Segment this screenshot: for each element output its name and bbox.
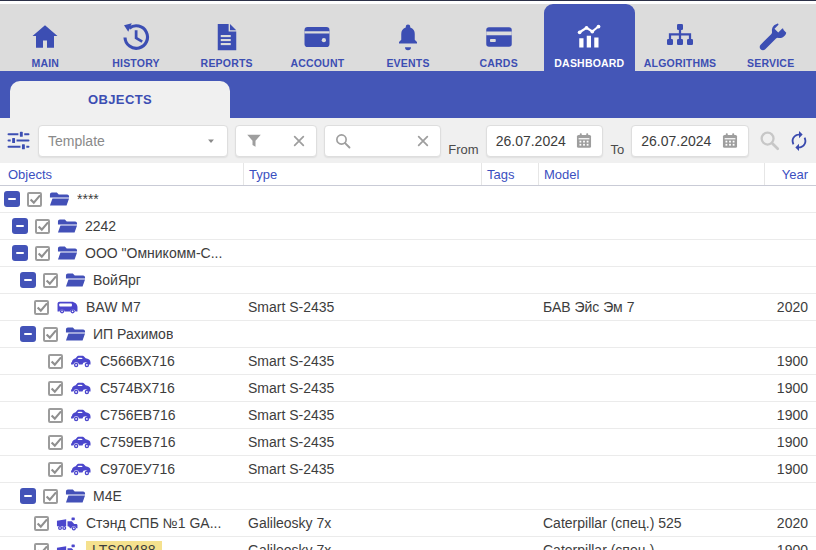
calendar-icon[interactable] [575,132,593,150]
template-select[interactable]: Template [38,125,228,157]
type-cell: Smart S-2435 [243,434,481,450]
car-icon [70,408,93,423]
search-box[interactable] [324,125,442,157]
type-cell: Galileosky 7x [243,515,481,531]
folder-open-icon [49,191,70,207]
table-row[interactable]: ООО "Омникомм-С... [0,240,816,267]
column-header-year[interactable]: Year [764,163,816,185]
nav-item-label: ACCOUNT [290,57,344,69]
row-checkbox[interactable] [34,300,49,315]
car-icon [70,381,93,396]
refresh-icon[interactable] [788,130,810,152]
row-checkbox[interactable] [35,246,50,261]
collapse-toggle-icon[interactable] [20,272,36,288]
table-row[interactable]: BAW M7 Smart S-2435 БАВ Эйс Эм 7 2020 [0,294,816,321]
table-row[interactable]: С759ЕВ716 Smart S-2435 1900 [0,429,816,456]
row-checkbox[interactable] [27,192,42,207]
table-row[interactable]: С566ВХ716 Smart S-2435 1900 [0,348,816,375]
collapse-toggle-icon[interactable] [4,191,20,207]
row-checkbox[interactable] [48,435,63,450]
apply-search-icon[interactable] [758,129,781,152]
nav-item-history[interactable]: HISTORY [91,4,182,71]
tab-objects[interactable]: OBJECTS [10,81,230,118]
type-cell: Galileosky 7x [243,542,481,550]
table-row[interactable]: 2242 [0,213,816,240]
date-from-input[interactable]: 26.07.2024 [486,125,604,157]
column-header-tags[interactable]: Tags [481,163,538,185]
type-cell: Smart S-2435 [243,353,481,369]
nav-item-dashboard[interactable]: DASHBOARD [544,4,635,71]
collapse-toggle-icon[interactable] [12,218,28,234]
nav-item-cards[interactable]: CARDS [453,4,544,71]
collapse-toggle-icon[interactable] [20,488,36,504]
object-cell: С759ЕВ716 [0,434,243,450]
folder-open-icon [65,488,86,504]
filter-toolbar: Template From 26.07.2024 To 26.07.2024 [0,118,816,163]
row-checkbox[interactable] [48,381,63,396]
row-checkbox[interactable] [34,543,49,550]
object-cell: С574ВХ716 [0,380,243,396]
reports-icon [210,19,244,55]
table-row[interactable]: LTS00488 Galileosky 7x Caterpillar (спец… [0,537,816,550]
type-cell: Smart S-2435 [243,380,481,396]
object-cell: ООО "Омникомм-С... [0,245,243,261]
nav-item-account[interactable]: ACCOUNT [272,4,363,71]
template-select-value: Template [48,133,105,149]
row-checkbox[interactable] [48,408,63,423]
tune-filters-icon[interactable] [6,128,31,153]
table-row[interactable]: С970ЕУ716 Smart S-2435 1900 [0,456,816,483]
date-to-input[interactable]: 26.07.2024 [631,125,749,157]
column-header-type[interactable]: Type [243,163,481,185]
row-checkbox[interactable] [48,462,63,477]
table-row[interactable]: С574ВХ716 Smart S-2435 1900 [0,375,816,402]
object-name: Стэнд СПБ №1 GA... [86,515,221,531]
table-row[interactable]: С756ЕВ716 Smart S-2435 1900 [0,402,816,429]
row-checkbox[interactable] [34,516,49,531]
nav-item-label: ALGORITHMS [644,57,717,69]
filter-funnel-icon[interactable] [245,132,263,150]
clear-filter-icon[interactable] [291,133,307,149]
object-name: С574ВХ716 [100,380,175,396]
collapse-toggle-icon[interactable] [12,245,28,261]
chevron-down-icon [204,134,218,148]
row-checkbox[interactable] [43,489,58,504]
collapse-toggle-icon[interactable] [20,326,36,342]
table-row[interactable]: М4Е [0,483,816,510]
object-cell: 2242 [0,218,243,234]
table-row[interactable]: ИП Рахимов [0,321,816,348]
dashboard-icon [572,19,606,55]
clear-search-icon[interactable] [415,133,431,149]
nav-item-reports[interactable]: REPORTS [181,4,272,71]
table-row[interactable]: ВойЯрг [0,267,816,294]
object-cell: М4Е [0,488,243,504]
model-cell: Caterpillar (спец.) 525 [538,515,764,531]
row-checkbox[interactable] [43,327,58,342]
algorithms-icon [663,19,697,55]
row-checkbox[interactable] [35,219,50,234]
nav-item-algorithms[interactable]: ALGORITHMS [635,4,726,71]
nav-item-events[interactable]: EVENTS [363,4,454,71]
object-name: М4Е [93,488,122,504]
nav-item-main[interactable]: MAIN [0,4,91,71]
object-name: С970ЕУ716 [100,461,175,477]
calendar-icon[interactable] [721,132,739,150]
object-cell: С970ЕУ716 [0,461,243,477]
row-checkbox[interactable] [48,354,63,369]
model-cell: БАВ Эйс Эм 7 [538,299,764,315]
column-header-objects[interactable]: Objects [0,163,243,185]
home-icon [28,19,62,55]
type-cell: Smart S-2435 [243,407,481,423]
object-name: BAW M7 [86,299,141,315]
nav-item-label: MAIN [32,57,60,69]
object-cell: Стэнд СПБ №1 GA... [0,515,243,531]
table-row[interactable]: Стэнд СПБ №1 GA... Galileosky 7x Caterpi… [0,510,816,537]
table-row[interactable]: **** [0,186,816,213]
object-cell: ВойЯрг [0,272,243,288]
object-name: 2242 [85,218,116,234]
filter-box [235,125,317,157]
nav-item-label: SERVICE [747,57,794,69]
column-header-model[interactable]: Model [538,163,764,185]
truck-icon [56,543,79,550]
nav-item-service[interactable]: SERVICE [725,4,816,71]
row-checkbox[interactable] [43,273,58,288]
